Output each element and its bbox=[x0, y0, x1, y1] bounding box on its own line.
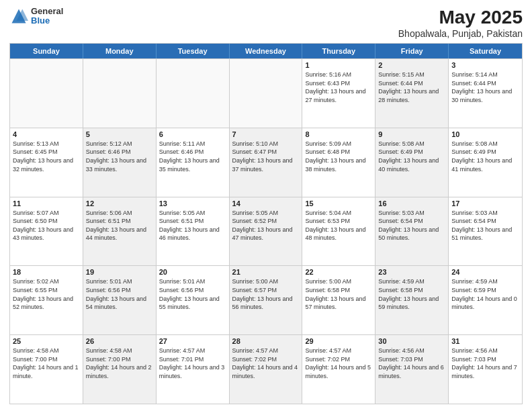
calendar-cell: 3Sunrise: 5:14 AMSunset: 6:44 PMDaylight… bbox=[449, 59, 522, 128]
daylight-text: Daylight: 14 hours and 7 minutes. bbox=[451, 363, 519, 380]
calendar-cell: 11Sunrise: 5:07 AMSunset: 6:50 PMDayligh… bbox=[10, 197, 83, 266]
calendar-cell: 7Sunrise: 5:10 AMSunset: 6:47 PMDaylight… bbox=[230, 128, 303, 197]
sunset-text: Sunset: 6:47 PM bbox=[232, 148, 300, 156]
daylight-text: Daylight: 13 hours and 30 minutes. bbox=[451, 87, 519, 104]
calendar-cell: 26Sunrise: 4:58 AMSunset: 7:00 PMDayligh… bbox=[83, 335, 157, 404]
calendar-cell bbox=[83, 59, 157, 128]
sunset-text: Sunset: 6:58 PM bbox=[305, 286, 372, 295]
title-block: May 2025 Bhopalwala, Punjab, Pakistan bbox=[398, 7, 523, 39]
sunset-text: Sunset: 6:46 PM bbox=[86, 148, 153, 156]
day-header-wednesday: Wednesday bbox=[230, 44, 303, 58]
day-number: 2 bbox=[378, 61, 445, 69]
header: General Blue May 2025 Bhopalwala, Punjab… bbox=[9, 7, 523, 39]
sunrise-text: Sunrise: 4:57 AM bbox=[305, 347, 372, 355]
day-number: 25 bbox=[13, 337, 80, 345]
sunset-text: Sunset: 6:49 PM bbox=[378, 148, 445, 156]
calendar-cell: 24Sunrise: 4:59 AMSunset: 6:59 PMDayligh… bbox=[449, 266, 522, 334]
calendar-cell: 28Sunrise: 4:57 AMSunset: 7:02 PMDayligh… bbox=[230, 335, 303, 404]
sunset-text: Sunset: 6:55 PM bbox=[13, 286, 80, 295]
sunset-text: Sunset: 6:56 PM bbox=[159, 286, 226, 295]
sunset-text: Sunset: 6:52 PM bbox=[232, 217, 300, 226]
daylight-text: Daylight: 13 hours and 27 minutes. bbox=[305, 87, 372, 104]
day-header-sunday: Sunday bbox=[10, 44, 83, 58]
daylight-text: Daylight: 13 hours and 57 minutes. bbox=[305, 295, 372, 312]
calendar-body: 1Sunrise: 5:16 AMSunset: 6:43 PMDaylight… bbox=[10, 58, 522, 404]
day-number: 9 bbox=[378, 130, 445, 138]
day-number: 4 bbox=[13, 130, 80, 138]
daylight-text: Daylight: 13 hours and 44 minutes. bbox=[86, 226, 153, 242]
sunset-text: Sunset: 7:03 PM bbox=[378, 355, 445, 364]
day-number: 16 bbox=[378, 199, 445, 208]
daylight-text: Daylight: 13 hours and 46 minutes. bbox=[159, 226, 226, 242]
calendar-cell: 31Sunrise: 4:56 AMSunset: 7:03 PMDayligh… bbox=[449, 335, 522, 404]
day-number: 28 bbox=[232, 337, 300, 345]
day-number: 22 bbox=[305, 268, 372, 276]
calendar-row-3: 11Sunrise: 5:07 AMSunset: 6:50 PMDayligh… bbox=[10, 197, 522, 266]
sunset-text: Sunset: 7:02 PM bbox=[232, 355, 300, 364]
logo-text: General Blue bbox=[31, 7, 63, 26]
calendar-row-1: 1Sunrise: 5:16 AMSunset: 6:43 PMDaylight… bbox=[10, 58, 522, 128]
calendar-cell: 9Sunrise: 5:08 AMSunset: 6:49 PMDaylight… bbox=[375, 128, 449, 197]
day-number: 24 bbox=[451, 268, 519, 276]
sunrise-text: Sunrise: 4:56 AM bbox=[451, 347, 519, 355]
sunset-text: Sunset: 6:46 PM bbox=[159, 148, 226, 156]
day-number: 14 bbox=[232, 199, 300, 208]
day-number: 20 bbox=[159, 268, 226, 276]
daylight-text: Daylight: 13 hours and 33 minutes. bbox=[86, 156, 153, 173]
day-number: 30 bbox=[378, 337, 445, 345]
sunrise-text: Sunrise: 5:11 AM bbox=[159, 140, 226, 148]
daylight-text: Daylight: 13 hours and 50 minutes. bbox=[378, 226, 445, 242]
page: General Blue May 2025 Bhopalwala, Punjab… bbox=[0, 0, 532, 411]
sunset-text: Sunset: 6:44 PM bbox=[451, 79, 519, 88]
daylight-text: Daylight: 13 hours and 43 minutes. bbox=[13, 226, 80, 242]
day-number: 26 bbox=[86, 337, 153, 345]
sunrise-text: Sunrise: 5:05 AM bbox=[232, 209, 300, 218]
daylight-text: Daylight: 13 hours and 48 minutes. bbox=[305, 226, 372, 242]
daylight-text: Daylight: 13 hours and 40 minutes. bbox=[378, 156, 445, 173]
logo-blue-text: Blue bbox=[31, 16, 63, 26]
daylight-text: Daylight: 13 hours and 47 minutes. bbox=[232, 226, 300, 242]
daylight-text: Daylight: 13 hours and 35 minutes. bbox=[159, 156, 226, 173]
sunrise-text: Sunrise: 5:09 AM bbox=[305, 140, 372, 148]
calendar-cell: 5Sunrise: 5:12 AMSunset: 6:46 PMDaylight… bbox=[83, 128, 157, 197]
day-number: 11 bbox=[13, 199, 80, 208]
sunset-text: Sunset: 7:03 PM bbox=[451, 355, 519, 364]
calendar-cell bbox=[230, 59, 303, 128]
sunrise-text: Sunrise: 4:58 AM bbox=[86, 347, 153, 355]
sunset-text: Sunset: 7:00 PM bbox=[86, 355, 153, 364]
day-number: 27 bbox=[159, 337, 226, 345]
calendar-row-5: 25Sunrise: 4:58 AMSunset: 7:00 PMDayligh… bbox=[10, 334, 522, 404]
sunrise-text: Sunrise: 5:01 AM bbox=[86, 277, 153, 286]
sunrise-text: Sunrise: 5:08 AM bbox=[378, 140, 445, 148]
day-header-thursday: Thursday bbox=[302, 44, 375, 58]
calendar-cell: 20Sunrise: 5:01 AMSunset: 6:56 PMDayligh… bbox=[157, 266, 230, 334]
sunrise-text: Sunrise: 5:10 AM bbox=[232, 140, 300, 148]
daylight-text: Daylight: 14 hours and 0 minutes. bbox=[451, 295, 519, 312]
day-number: 1 bbox=[305, 61, 372, 69]
sunrise-text: Sunrise: 4:57 AM bbox=[232, 347, 300, 355]
sunrise-text: Sunrise: 5:01 AM bbox=[159, 277, 226, 286]
day-number: 18 bbox=[13, 268, 80, 276]
daylight-text: Daylight: 13 hours and 52 minutes. bbox=[13, 295, 80, 312]
daylight-text: Daylight: 13 hours and 54 minutes. bbox=[86, 295, 153, 312]
sunset-text: Sunset: 6:54 PM bbox=[378, 217, 445, 226]
sunrise-text: Sunrise: 5:00 AM bbox=[232, 277, 300, 286]
day-number: 12 bbox=[86, 199, 153, 208]
calendar-cell bbox=[10, 59, 83, 128]
sunrise-text: Sunrise: 5:03 AM bbox=[378, 209, 445, 218]
daylight-text: Daylight: 13 hours and 28 minutes. bbox=[378, 87, 445, 104]
calendar-cell bbox=[157, 59, 230, 128]
sunrise-text: Sunrise: 5:15 AM bbox=[378, 71, 445, 79]
daylight-text: Daylight: 13 hours and 51 minutes. bbox=[451, 226, 519, 242]
sunrise-text: Sunrise: 5:12 AM bbox=[86, 140, 153, 148]
sunset-text: Sunset: 6:45 PM bbox=[13, 148, 80, 156]
sunset-text: Sunset: 7:02 PM bbox=[305, 355, 372, 364]
daylight-text: Daylight: 14 hours and 5 minutes. bbox=[305, 363, 372, 380]
sunset-text: Sunset: 7:00 PM bbox=[13, 355, 80, 364]
calendar-cell: 18Sunrise: 5:02 AMSunset: 6:55 PMDayligh… bbox=[10, 266, 83, 334]
sunrise-text: Sunrise: 5:14 AM bbox=[451, 71, 519, 79]
daylight-text: Daylight: 13 hours and 59 minutes. bbox=[378, 295, 445, 312]
sunrise-text: Sunrise: 4:59 AM bbox=[451, 277, 519, 286]
day-number: 19 bbox=[86, 268, 153, 276]
sunrise-text: Sunrise: 5:00 AM bbox=[305, 277, 372, 286]
